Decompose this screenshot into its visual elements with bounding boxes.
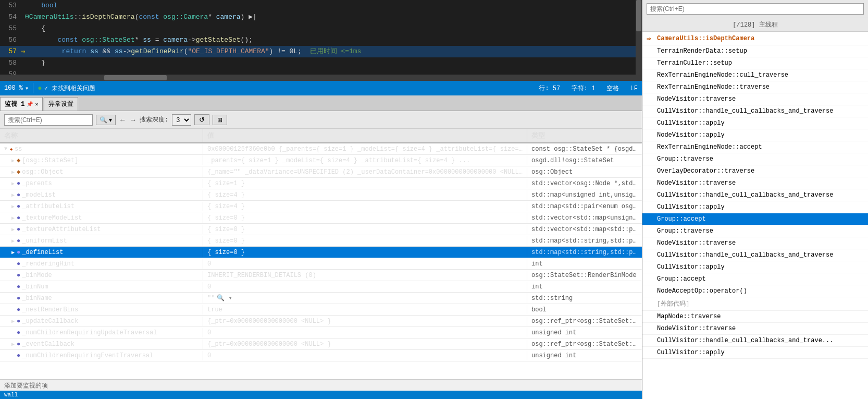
table-row[interactable]: ●_numChildrenRequiringEventTraversal 0 u…: [0, 350, 642, 361]
callstack-item[interactable]: CullVisitor::handle_cull_callbacks_and_t…: [642, 249, 868, 261]
table-row[interactable]: ▶●_uniformList { size=0 } std::map<std::…: [0, 235, 642, 247]
table-row[interactable]: ●_binName ""🔍 ▾ std::string: [0, 293, 642, 304]
editor-scrollbar-thumb[interactable]: [636, 0, 641, 31]
expand-icon[interactable]: ▶: [9, 238, 17, 244]
expand-icon[interactable]: ▶: [9, 226, 17, 233]
callstack-item[interactable]: CullVisitor::apply: [642, 347, 868, 359]
callstack-item[interactable]: OverlayDecorator::traverse: [642, 165, 868, 177]
callstack-item[interactable]: CullVisitor::apply: [642, 117, 868, 129]
row-name: ▶●_textureAttributeList: [0, 225, 203, 234]
callstack-item[interactable]: RexTerrainEngineNode::cull_traverse: [642, 69, 868, 81]
table-row[interactable]: ▶●_parents { size=1 } std::vector<osg::N…: [0, 178, 642, 189]
callstack-item[interactable]: CullVisitor::handle_cull_callbacks_and_t…: [642, 189, 868, 201]
line-number: 57: [0, 46, 21, 57]
row-type: std::map<std::pair<enum osg:...: [527, 202, 642, 211]
callstack-item[interactable]: CullVisitor::handle_cull_callbacks_and_t…: [642, 105, 868, 117]
callstack-item[interactable]: NodeVisitor::traverse: [642, 237, 868, 249]
nav-prev-btn[interactable]: ←: [119, 116, 126, 124]
callstack-item[interactable]: NodeVisitor::traverse: [642, 177, 868, 189]
tab-watch1-close[interactable]: ✕: [35, 101, 38, 107]
expand-icon[interactable]: ▶: [9, 192, 17, 198]
callstack-item[interactable]: Group::traverse: [642, 153, 868, 165]
table-row[interactable]: ▶◆[osg::StateSet] _parents={ size=1 } _m…: [0, 155, 642, 166]
row-value: { size=0 }: [203, 236, 527, 246]
depth-select[interactable]: 3 1 2 4 5: [172, 114, 191, 126]
columns-btn[interactable]: ⊞: [213, 115, 227, 125]
bottom-status: Wall: [0, 391, 22, 399]
expand-icon[interactable]: ▶: [9, 215, 17, 221]
search-inline-icon[interactable]: 🔍 ▾: [217, 294, 232, 302]
row-type: osg::ref_ptr<osg::StateSet::Call...: [527, 317, 642, 326]
zoom-dropdown[interactable]: ▾: [25, 84, 29, 92]
callstack-item[interactable]: MapNode::traverse: [642, 311, 868, 323]
callstack-list[interactable]: ⇒ CameraUtils::isDepthCamera TerrainRend…: [642, 32, 868, 399]
callstack-item-label: RexTerrainEngineNode::cull_traverse: [657, 71, 788, 79]
check-text: ✓ 未找到相关问题: [44, 84, 95, 93]
table-row[interactable]: ▶●_textureModeList { size=0 } std::vecto…: [0, 212, 642, 224]
editor-vscrollbar[interactable]: [636, 0, 642, 81]
callstack-item-label: TerrainRenderData::setup: [657, 47, 747, 55]
callstack-item[interactable]: NodeAcceptOp::operator(): [642, 285, 868, 297]
expand-icon[interactable]: ▼: [2, 146, 9, 152]
expand-icon[interactable]: ▶: [9, 158, 17, 164]
line-number: 53: [0, 0, 21, 11]
row-icon: ●: [17, 329, 20, 336]
callstack-item[interactable]: NodeVisitor::apply: [642, 129, 868, 141]
tab-watch1-pin[interactable]: 📌: [27, 101, 33, 107]
callstack-item[interactable]: TerrainRenderData::setup: [642, 45, 868, 57]
watch-footer[interactable]: 添加要监视的项: [0, 379, 642, 391]
callstack-item[interactable]: CullVisitor::handle_cull_callbacks_and_t…: [642, 335, 868, 347]
table-row[interactable]: ●_nestRenderBins true bool: [0, 304, 642, 316]
line-number: 56: [0, 34, 21, 46]
table-row[interactable]: ▶◆osg::Object {_name="" _dataVariance=UN…: [0, 166, 642, 178]
callstack-item[interactable]: Group::traverse: [642, 225, 868, 237]
table-row[interactable]: ▶●_attributeList { size=4 } std::map<std…: [0, 201, 642, 212]
table-row[interactable]: ▶●_eventCallback {_ptr=0x000000000000000…: [0, 338, 642, 350]
search-dropdown-btn[interactable]: 🔍 ▾: [96, 115, 116, 125]
status-right: 行: 57 字符: 1 空格 LF: [539, 84, 638, 93]
callstack-item[interactable]: RexTerrainEngineNode::traverse: [642, 81, 868, 93]
watch-search-input[interactable]: [4, 114, 93, 126]
callstack-item[interactable]: TerrainCuller::setup: [642, 57, 868, 69]
callstack-item[interactable]: Group::accept: [642, 273, 868, 285]
callstack-item-current[interactable]: ⇒ CameraUtils::isDepthCamera: [642, 32, 868, 45]
expand-icon[interactable]: ▶: [9, 341, 17, 347]
nav-next-btn[interactable]: →: [129, 116, 137, 124]
expand-icon[interactable]: ▶: [9, 180, 17, 187]
callstack-item[interactable]: CullVisitor::apply: [642, 201, 868, 213]
current-arrow-icon: ⇒: [647, 34, 655, 43]
expand-icon[interactable]: ▶: [9, 249, 17, 256]
table-row[interactable]: ●_numChildrenRequiringUpdateTraversal 0 …: [0, 327, 642, 338]
tab-watch1[interactable]: 监视 1 📌 ✕: [0, 97, 43, 111]
callstack-item-selected[interactable]: Group::accept: [642, 213, 868, 225]
table-row[interactable]: ●_binNum 0 int: [0, 281, 642, 293]
table-row[interactable]: ●_renderingHint 0 int: [0, 258, 642, 270]
callstack-item[interactable]: RexTerrainEngineNode::accept: [642, 141, 868, 153]
callstack-item[interactable]: NodeVisitor::traverse: [642, 93, 868, 105]
callstack-search-input[interactable]: [647, 3, 864, 15]
tab-exception[interactable]: 异常设置: [44, 97, 78, 111]
table-row[interactable]: ●_binMode INHERIT_RENDERBIN_DETAILS (0) …: [0, 270, 642, 281]
row-type: osgd.dll!osg::StateSet: [527, 156, 642, 165]
callstack-item[interactable]: NodeVisitor::traverse: [642, 323, 868, 335]
table-row[interactable]: ▶●_modeList { size=4 } std::map<unsigned…: [0, 189, 642, 201]
editor-hscrollbar[interactable]: [0, 75, 636, 81]
refresh-btn[interactable]: ↺: [194, 114, 209, 125]
row-value: { size=4 }: [203, 190, 527, 200]
row-name: ▶●_updateCallback: [0, 317, 203, 326]
line-number: 58: [0, 57, 21, 69]
expand-icon[interactable]: ▶: [9, 318, 17, 324]
line-number: 54: [0, 11, 21, 23]
callstack-item-grayed[interactable]: [外部代码]: [642, 297, 868, 311]
table-row[interactable]: ▶●_textureAttributeList { size=0 } std::…: [0, 224, 642, 235]
watch-table[interactable]: 名称 值 类型 ▼⬥ss 0x00000125f360e0b0 {_parent…: [0, 129, 642, 379]
table-row[interactable]: ▶●_updateCallback {_ptr=0x00000000000000…: [0, 316, 642, 327]
expand-icon[interactable]: ▶: [9, 203, 17, 210]
watch-table-header: 名称 值 类型: [0, 129, 642, 143]
editor-hscrollbar-thumb[interactable]: [104, 75, 167, 80]
row-icon: ●: [17, 260, 20, 268]
callstack-item[interactable]: CullVisitor::apply: [642, 261, 868, 273]
expand-icon[interactable]: ▶: [9, 169, 17, 175]
table-row[interactable]: ▼⬥ss 0x00000125f360e0b0 {_parents={ size…: [0, 143, 642, 155]
table-row-selected[interactable]: ▶●_defineList { size=0 } std::map<std::s…: [0, 247, 642, 258]
